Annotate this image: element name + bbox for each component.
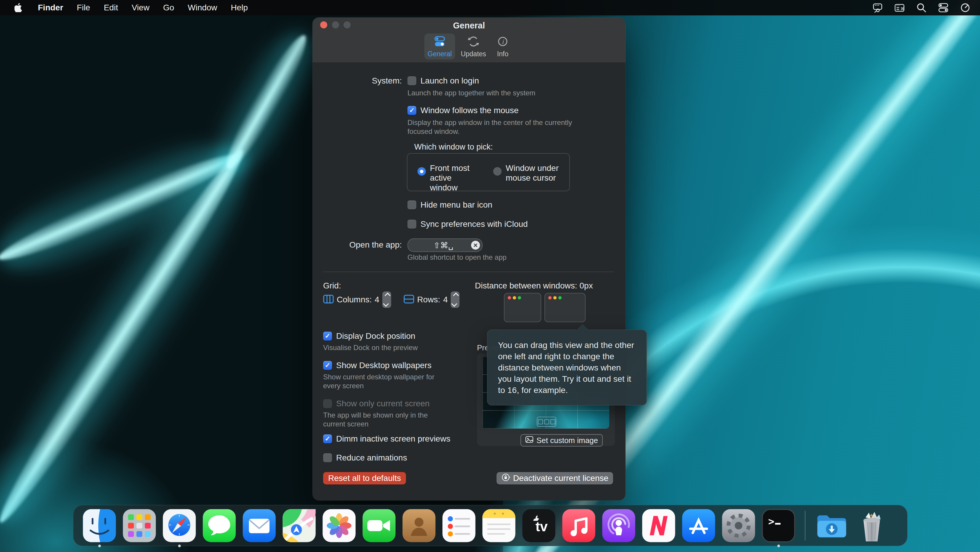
app-store-icon bbox=[681, 509, 716, 543]
dock-item-messages[interactable] bbox=[202, 509, 236, 543]
window-under-option[interactable]: Window under mouse cursor bbox=[493, 163, 562, 183]
svg-text:>: > bbox=[768, 515, 774, 527]
app-window-mouse-icon[interactable] bbox=[872, 2, 883, 14]
tab-updates[interactable]: Updates bbox=[458, 34, 489, 59]
front-most-radio[interactable] bbox=[417, 168, 426, 175]
reduce-animations-label: Reduce animations bbox=[336, 453, 407, 463]
window-title: General bbox=[312, 21, 625, 30]
set-custom-image-label: Set custom image bbox=[536, 436, 598, 445]
facetime-icon bbox=[362, 509, 396, 543]
tab-label: Updates bbox=[461, 50, 486, 58]
dock-item-trash[interactable] bbox=[854, 509, 889, 543]
menu-file[interactable]: File bbox=[77, 3, 90, 13]
show-wallpapers-checkbox[interactable] bbox=[323, 361, 332, 370]
downloads-icon bbox=[815, 509, 849, 543]
dock-item-safari[interactable] bbox=[162, 509, 196, 543]
window-follows-row: Window follows the mouse bbox=[407, 106, 519, 115]
menu-view[interactable]: View bbox=[132, 3, 150, 13]
sync-icloud-checkbox[interactable] bbox=[407, 220, 416, 229]
apple-menu-icon[interactable] bbox=[13, 2, 24, 14]
show-wallpapers-label: Show Desktop wallpapers bbox=[336, 361, 431, 370]
dock-item-launchpad[interactable] bbox=[122, 509, 156, 543]
tab-general[interactable]: General bbox=[424, 34, 455, 59]
dock-item-notes[interactable] bbox=[482, 509, 516, 543]
distance-preview-right-window[interactable] bbox=[544, 293, 585, 322]
which-window-group: Front most active window Window under mo… bbox=[407, 153, 570, 191]
columns-value: 4 bbox=[375, 295, 379, 305]
dock-item-terminal[interactable]: > bbox=[761, 509, 795, 543]
window-under-label: Window under mouse cursor bbox=[506, 163, 562, 183]
dock-item-app-store[interactable] bbox=[681, 509, 716, 543]
reduce-animations-checkbox[interactable] bbox=[323, 453, 332, 462]
dock-item-downloads[interactable] bbox=[815, 509, 849, 543]
hide-menu-bar-checkbox[interactable] bbox=[407, 201, 416, 209]
dock: tv bbox=[73, 505, 907, 546]
menu-go[interactable]: Go bbox=[163, 3, 174, 13]
dock-item-mail[interactable] bbox=[242, 509, 276, 543]
tab-label: Info bbox=[497, 50, 508, 58]
dock-item-news[interactable] bbox=[641, 509, 676, 543]
clock-icon[interactable] bbox=[959, 2, 971, 14]
control-center-icon[interactable] bbox=[937, 2, 949, 14]
display-dock-label: Display Dock position bbox=[336, 331, 415, 341]
show-only-current-label: Show only current screen bbox=[336, 399, 430, 408]
window-follows-label: Window follows the mouse bbox=[420, 106, 519, 115]
front-most-option[interactable]: Front most active window bbox=[417, 163, 477, 193]
clear-shortcut-icon[interactable]: ✕ bbox=[471, 241, 480, 250]
window-header: General General bbox=[312, 18, 625, 63]
tab-info[interactable]: i Info bbox=[492, 34, 514, 59]
menu-window[interactable]: Window bbox=[188, 3, 217, 13]
deactivate-license-button[interactable]: Deactivate current license bbox=[496, 472, 613, 485]
keyboard-shortcut-icon[interactable]: ⌘ bbox=[894, 2, 905, 14]
columns-icon bbox=[323, 295, 334, 305]
dock-item-reminders[interactable] bbox=[442, 509, 476, 543]
dimm-inactive-checkbox[interactable] bbox=[323, 434, 332, 444]
rows-stepper[interactable] bbox=[451, 291, 460, 308]
show-only-current-checkbox bbox=[323, 399, 332, 408]
launch-on-login-checkbox[interactable] bbox=[407, 77, 416, 85]
dimm-inactive-label: Dimm inactive screen previews bbox=[336, 434, 450, 444]
system-preferences-icon bbox=[721, 509, 756, 543]
dock-item-facetime[interactable] bbox=[362, 509, 396, 543]
columns-label: Columns: bbox=[337, 295, 372, 305]
distance-tooltip: You can drag this view and the other one… bbox=[487, 330, 647, 405]
shortcut-value: ⇧⌘␣ bbox=[408, 241, 471, 250]
dock-item-podcasts[interactable] bbox=[601, 509, 636, 543]
hide-menu-bar-row: Hide menu bar icon bbox=[407, 200, 492, 210]
spotlight-search-icon[interactable] bbox=[915, 2, 928, 14]
shortcut-field[interactable]: ⇧⌘␣ ✕ bbox=[407, 238, 483, 252]
toolbar-tabs: General Updates i bbox=[312, 34, 625, 59]
dock-item-music[interactable] bbox=[562, 509, 596, 543]
display-dock-checkbox[interactable] bbox=[323, 332, 332, 341]
distance-tooltip-text: You can drag this view and the other one… bbox=[498, 340, 634, 395]
news-icon bbox=[641, 509, 676, 543]
show-only-current-row: Show only current screen bbox=[323, 399, 430, 408]
dock-item-contacts[interactable] bbox=[402, 509, 436, 543]
dock-item-photos[interactable] bbox=[322, 509, 356, 543]
dock-item-system-preferences[interactable] bbox=[721, 509, 756, 543]
reset-defaults-button[interactable]: Reset all to defaults bbox=[323, 472, 406, 485]
dock-item-finder[interactable] bbox=[82, 509, 116, 543]
set-custom-image-button[interactable]: Set custom image bbox=[520, 434, 603, 447]
window-under-radio[interactable] bbox=[493, 168, 501, 175]
window-follows-checkbox[interactable] bbox=[407, 106, 416, 115]
dock-item-maps[interactable] bbox=[282, 509, 316, 543]
refresh-icon bbox=[467, 35, 480, 49]
dock-item-tv[interactable]: tv bbox=[522, 509, 556, 543]
display-dock-sub: Visualise Dock on the preview bbox=[323, 343, 418, 352]
rows-icon bbox=[404, 295, 414, 305]
trash-icon bbox=[854, 509, 889, 543]
which-window-label: Which window to pick: bbox=[414, 142, 493, 152]
launch-on-login-label: Launch on login bbox=[420, 76, 479, 86]
front-most-label: Front most active window bbox=[430, 163, 477, 193]
distance-preview-left-window[interactable] bbox=[504, 293, 541, 322]
display-dock-row: Display Dock position bbox=[323, 331, 415, 341]
system-section-label: System: bbox=[372, 76, 402, 86]
open-app-label: Open the app: bbox=[350, 240, 402, 250]
menu-edit[interactable]: Edit bbox=[104, 3, 118, 13]
grid-section-label: Grid: bbox=[323, 281, 341, 290]
app-menu-finder[interactable]: Finder bbox=[38, 3, 63, 13]
mail-icon bbox=[242, 509, 276, 543]
menu-help[interactable]: Help bbox=[231, 3, 248, 13]
columns-stepper[interactable] bbox=[382, 291, 391, 308]
